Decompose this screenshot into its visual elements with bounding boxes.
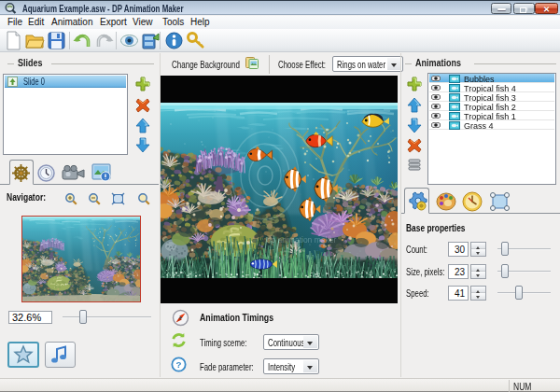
svg-text:?: ? xyxy=(175,359,181,370)
